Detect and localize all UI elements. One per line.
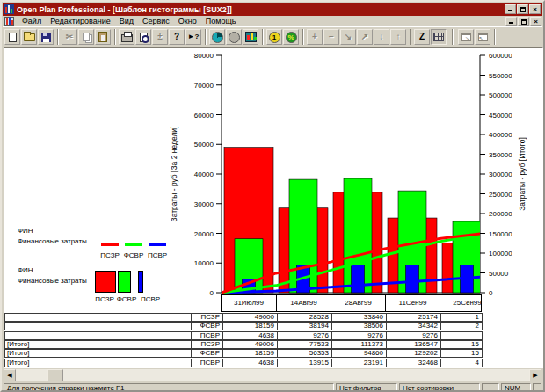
scroll-right-button[interactable]: ▶ bbox=[529, 369, 541, 381]
svg-text:50000: 50000 bbox=[489, 270, 509, 278]
arrow-down-icon: ↓ bbox=[380, 33, 384, 41]
svg-text:70000: 70000 bbox=[194, 82, 214, 90]
print-button[interactable] bbox=[119, 29, 134, 45]
svg-text:Затраты - руб [За 2 недели]: Затраты - руб [За 2 недели] bbox=[170, 127, 178, 222]
table-row-ПСВР[interactable]: ПСВР4638927692769276 bbox=[4, 331, 483, 340]
horizontal-scrollbar[interactable]: ◀ ▶ bbox=[4, 369, 541, 381]
row-code-cell: ПСВР bbox=[191, 359, 222, 367]
document-chart-icon bbox=[4, 17, 14, 26]
new-page-icon bbox=[9, 33, 17, 42]
open-file-button[interactable] bbox=[21, 29, 37, 45]
date-column-header: 28Авг99 bbox=[331, 295, 385, 311]
row-group-cell bbox=[5, 314, 191, 321]
menu-item-3[interactable]: Сервис bbox=[138, 17, 174, 25]
value-cell: 34342 bbox=[386, 323, 440, 330]
legend-bar-swatch-ПСВР bbox=[138, 271, 143, 293]
plus-icon: + bbox=[312, 33, 317, 41]
svg-text:500000: 500000 bbox=[489, 91, 512, 99]
legend-line-swatch-ПСЗР bbox=[101, 243, 119, 246]
link-forward-button[interactable]: ↘ bbox=[340, 29, 356, 45]
child-restore-button[interactable] bbox=[518, 17, 529, 26]
save-button[interactable] bbox=[38, 29, 54, 45]
restore-icon bbox=[521, 19, 527, 25]
scrollbar-thumb[interactable] bbox=[47, 369, 63, 381]
link-back-button[interactable]: ↗ bbox=[357, 29, 373, 45]
cost-units-button[interactable]: 1 bbox=[266, 29, 282, 45]
add-button[interactable]: + bbox=[307, 29, 323, 45]
value-cell: 33840 bbox=[331, 314, 386, 321]
table-row-ФСВР[interactable]: ФСВР181593819438506343422 bbox=[4, 322, 483, 330]
menu-item-4[interactable]: Окно bbox=[174, 17, 201, 25]
legend-resource-desc: Финансовые затраты bbox=[18, 237, 87, 245]
move-up-button[interactable]: ↑ bbox=[390, 29, 406, 45]
row-code-cell: ПСВР bbox=[191, 332, 222, 339]
svg-text:250000: 250000 bbox=[489, 191, 512, 199]
arrow-up-icon: ↑ bbox=[396, 33, 401, 41]
new-file-button[interactable] bbox=[4, 29, 20, 45]
legend-bar-swatch-ПСЗР bbox=[95, 271, 116, 293]
help-button[interactable]: ? bbox=[169, 29, 185, 45]
resource-analysis-button[interactable] bbox=[226, 29, 242, 45]
value-cell: 13915 bbox=[277, 359, 331, 367]
menu-item-2[interactable]: Вид bbox=[115, 17, 138, 25]
close-button[interactable]: × bbox=[529, 4, 541, 14]
clipboard-icon bbox=[98, 32, 107, 42]
svg-text:20000: 20000 bbox=[194, 230, 214, 238]
floppy-icon bbox=[41, 33, 51, 42]
legend-label: ПСВР bbox=[139, 295, 162, 303]
context-help-button[interactable]: ►? bbox=[185, 29, 201, 45]
value-cell: 49006 bbox=[222, 341, 277, 348]
window-corner-icon bbox=[461, 33, 471, 41]
legend-resource-name: ФИН bbox=[18, 227, 33, 235]
svg-text:Затраты - руб [Итого]: Затраты - руб [Итого] bbox=[518, 137, 527, 211]
restore-button[interactable] bbox=[517, 4, 528, 14]
copy-button[interactable] bbox=[78, 29, 94, 45]
zoom-z-button[interactable]: Z bbox=[414, 29, 430, 45]
update-button[interactable]: ± bbox=[152, 29, 168, 45]
open-folder-icon bbox=[24, 33, 35, 41]
menu-item-1[interactable]: Редактирование bbox=[46, 17, 115, 25]
menu-item-5[interactable]: Помощь bbox=[201, 17, 241, 25]
status-message: Для получения справки нажмите F1 bbox=[4, 383, 334, 392]
value-cell: 77533 bbox=[277, 341, 331, 348]
bar-chart-icon bbox=[245, 32, 257, 42]
table-row-total-ПСЗР[interactable]: [Итого]ПСЗР490067753311137313654715 bbox=[4, 340, 483, 349]
window-arrange-button[interactable] bbox=[458, 29, 474, 45]
value-cell: 15 bbox=[440, 350, 482, 357]
time-analysis-button[interactable] bbox=[209, 29, 225, 45]
child-minimize-button[interactable] bbox=[505, 17, 517, 26]
print-preview-button[interactable] bbox=[135, 29, 151, 45]
row-code-cell: ПСЗР bbox=[191, 314, 222, 321]
window-restore-button[interactable] bbox=[475, 29, 490, 45]
printer-icon bbox=[121, 34, 133, 42]
table-row-ПСЗР[interactable]: ПСЗР490002852833840251741 bbox=[4, 313, 483, 322]
histogram-view-button[interactable] bbox=[243, 29, 258, 45]
menu-item-0[interactable]: Файл bbox=[18, 17, 46, 25]
cut-button[interactable]: ✂ bbox=[62, 29, 77, 45]
svg-text:0: 0 bbox=[210, 289, 214, 297]
minimize-icon bbox=[509, 22, 513, 24]
svg-text:600000: 600000 bbox=[489, 52, 512, 60]
move-down-button[interactable]: ↓ bbox=[374, 29, 389, 45]
scroll-left-button[interactable]: ◀ bbox=[4, 369, 16, 381]
arrow-northeast-icon: ↗ bbox=[361, 33, 368, 41]
minimize-button[interactable] bbox=[505, 4, 516, 14]
toolbar-separator bbox=[302, 29, 304, 45]
paste-button[interactable] bbox=[95, 29, 111, 45]
legend-label: ПСВР bbox=[146, 251, 169, 259]
table-row-total-ФСВР[interactable]: [Итого]ФСВР18159563539486012920215 bbox=[4, 349, 483, 358]
table-view-button[interactable] bbox=[431, 29, 447, 45]
child-close-button[interactable]: × bbox=[530, 17, 541, 26]
row-group-cell: [Итого] bbox=[5, 341, 191, 348]
plus-one-icon: ± bbox=[157, 33, 163, 41]
scissors-icon: ✂ bbox=[66, 33, 73, 41]
percent-icon: % bbox=[286, 32, 297, 43]
table-row-total-ПСВР[interactable]: [Итого]ПСВР46381391523191324684 bbox=[4, 359, 483, 367]
percent-button[interactable]: % bbox=[283, 29, 299, 45]
value-cell: 49000 bbox=[222, 314, 277, 321]
date-column-header: 31Июл99 bbox=[222, 295, 276, 311]
legend-label: ПСЗР bbox=[98, 251, 121, 259]
status-bar: Для получения справки нажмите F1 Нет фил… bbox=[4, 382, 541, 392]
row-group-cell bbox=[5, 332, 191, 339]
remove-button[interactable]: − bbox=[323, 29, 339, 45]
